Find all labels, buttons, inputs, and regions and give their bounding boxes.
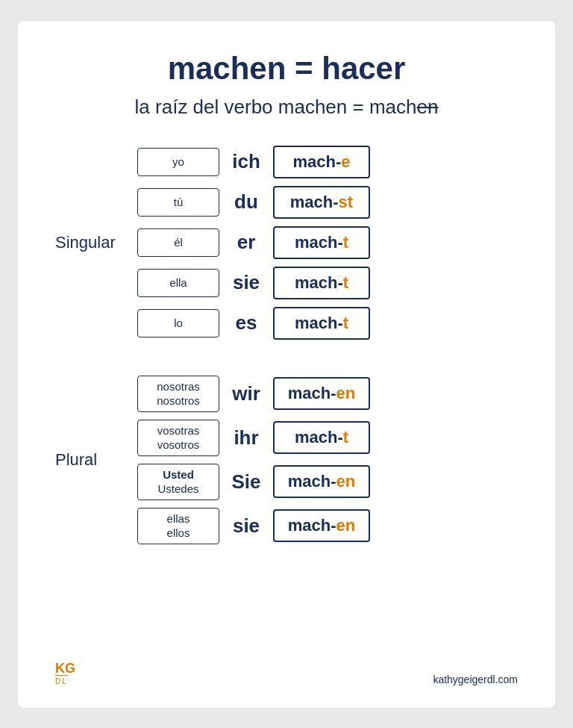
verb-stem: mach-: [295, 314, 343, 333]
verb-box-1-1: mach-t: [273, 421, 370, 454]
verb-ending: en: [336, 472, 356, 491]
section-singular: Singularyoichmach-etúdumach-stélermach-t…: [55, 146, 518, 340]
spanish-box-0-2: él: [137, 228, 219, 257]
verb-stem: mach-: [288, 472, 336, 491]
verb-ending: en: [336, 516, 356, 535]
spanish-box-1-0: nosotrasnosotros: [137, 376, 219, 412]
verb-ending: t: [343, 233, 348, 252]
spanish-box-0-1: tú: [137, 188, 219, 217]
spanish-box-0-4: lo: [137, 309, 219, 337]
footer-url: kathygeigerdl.com: [433, 673, 518, 685]
german-pronoun-1-1: ihr: [228, 426, 264, 449]
german-pronoun-0-2: er: [228, 231, 264, 254]
section-plural: Pluralnosotrasnosotroswirmach-envosotras…: [55, 376, 518, 544]
table-row: nosotrasnosotroswirmach-en: [137, 376, 518, 412]
german-pronoun-1-2: Sie: [228, 470, 264, 494]
rows-0: yoichmach-etúdumach-stélermach-tellasiem…: [137, 146, 518, 340]
verb-ending: e: [341, 152, 350, 172]
spanish-box-1-1: vosotrasvosotros: [137, 420, 219, 456]
table-row: ellasellossiemach-en: [137, 508, 518, 544]
table-row: UstedUstedesSiemach-en: [137, 464, 518, 500]
german-pronoun-0-0: ich: [228, 150, 264, 173]
logo-kg: KG: [55, 662, 75, 675]
main-card: machen = hacer la raíz del verbo machen …: [18, 21, 555, 708]
conjugation-table: Singularyoichmach-etúdumach-stélermach-t…: [55, 146, 518, 565]
subtitle-strikethrough: en: [417, 96, 439, 118]
verb-box-0-1: mach-st: [273, 186, 370, 219]
spanish-box-0-0: yo: [137, 148, 219, 176]
table-row: ellasiemach-t: [137, 267, 518, 299]
verb-box-0-0: mach-e: [273, 146, 370, 178]
verb-ending: st: [339, 193, 354, 212]
german-pronoun-0-3: sie: [228, 271, 264, 294]
main-title: machen = hacer: [168, 51, 406, 87]
verb-ending: en: [336, 384, 356, 403]
verb-stem: mach-: [288, 516, 336, 535]
german-pronoun-1-0: wir: [228, 382, 264, 405]
table-row: élermach-t: [137, 226, 518, 259]
logo-dl: DL: [55, 675, 68, 685]
table-row: vosotrasvosotrosihrmach-t: [137, 420, 518, 456]
subtitle-prefix: la raíz del verbo machen = mach: [135, 96, 417, 118]
footer-logo: KG DL: [55, 662, 75, 685]
table-row: yoichmach-e: [137, 146, 518, 178]
section-label-0: Singular: [55, 233, 137, 252]
verb-box-0-3: mach-t: [273, 267, 370, 299]
verb-box-0-4: mach-t: [273, 307, 370, 340]
verb-stem: mach-: [290, 193, 339, 212]
spanish-box-0-3: ella: [137, 269, 219, 297]
spanish-box-1-2: UstedUstedes: [137, 464, 219, 500]
verb-stem: mach-: [288, 384, 336, 403]
verb-stem: mach-: [292, 152, 341, 172]
german-pronoun-1-3: sie: [228, 514, 264, 538]
verb-box-1-3: mach-en: [273, 509, 370, 542]
verb-ending: t: [343, 428, 348, 447]
german-pronoun-0-4: es: [228, 311, 264, 335]
verb-stem: mach-: [295, 233, 343, 252]
section-label-1: Plural: [55, 450, 137, 470]
subtitle: la raíz del verbo machen = machen: [135, 96, 439, 119]
verb-box-1-0: mach-en: [273, 377, 370, 410]
verb-stem: mach-: [295, 273, 343, 293]
verb-ending: t: [343, 314, 348, 333]
table-row: túdumach-st: [137, 186, 518, 219]
verb-stem: mach-: [295, 428, 343, 447]
verb-box-0-2: mach-t: [273, 226, 370, 259]
verb-box-1-2: mach-en: [273, 465, 370, 498]
verb-ending: t: [343, 273, 348, 293]
spanish-box-1-3: ellasellos: [137, 508, 219, 544]
table-row: loesmach-t: [137, 307, 518, 340]
footer: KG DL kathygeigerdl.com: [55, 647, 518, 685]
rows-1: nosotrasnosotroswirmach-envosotrasvosotr…: [137, 376, 518, 544]
german-pronoun-0-1: du: [228, 190, 264, 214]
